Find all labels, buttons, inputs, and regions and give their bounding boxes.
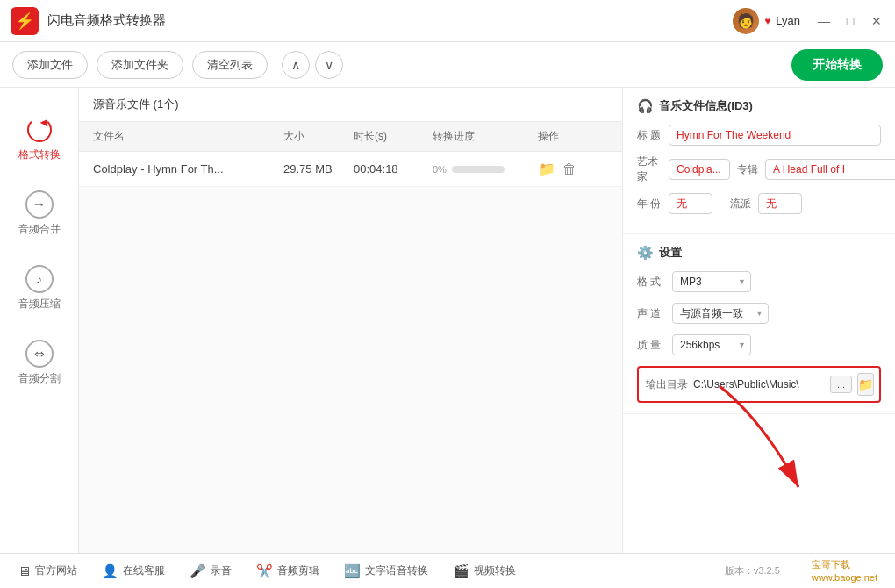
bottom-bar: 🖥 官方网站 👤 在线客服 🎤 录音 ✂️ 音频剪辑 🔤 文字语音转换 🎬 视频… xyxy=(0,553,895,588)
sidebar: 格式转换 → 音频合并 ♪ 音频压缩 ⇔ 音频分割 xyxy=(0,88,79,553)
settings-title: ⚙️ 设置 xyxy=(637,245,881,261)
record-icon: 🎤 xyxy=(190,563,206,579)
bottom-record-label: 录音 xyxy=(211,563,232,578)
toolbar: 添加文件 添加文件夹 清空列表 ∧ ∨ 开始转换 xyxy=(0,42,895,88)
sidebar-item-split-label: 音频分割 xyxy=(18,371,61,386)
id3-title-label: 标 题 xyxy=(637,128,662,143)
output-path-input[interactable] xyxy=(693,378,825,391)
app-logo: ⚡ xyxy=(11,7,39,35)
speech-icon: 🔤 xyxy=(344,563,361,579)
id3-section: 🎧 音乐文件信息(ID3) 标 题 艺术家 专辑 年 份 xyxy=(623,88,895,234)
quality-select[interactable]: 128kbps 192kbps 256kbps 320kbps xyxy=(672,334,751,355)
channel-select-wrapper: 与源音频一致 单声道 立体声 xyxy=(672,303,769,324)
window-controls: — □ ✕ xyxy=(816,13,884,29)
user-area: 🧑 ♥ Lyan xyxy=(733,8,800,34)
file-area: 源音乐文件 (1个) 文件名 大小 时长(s) 转换进度 操作 Coldplay… xyxy=(79,88,623,553)
quality-select-wrapper: 128kbps 192kbps 256kbps 320kbps xyxy=(672,334,751,355)
channel-row: 声 道 与源音频一致 单声道 立体声 xyxy=(637,303,881,324)
watermark: 宝哥下载www.baoge.net xyxy=(812,558,877,584)
bottom-trim-label: 音频剪辑 xyxy=(277,563,319,578)
open-folder-icon[interactable]: 📁 xyxy=(538,161,555,177)
sidebar-item-format-label: 格式转换 xyxy=(18,147,61,162)
sidebar-item-format[interactable]: 格式转换 xyxy=(0,102,78,176)
id3-year-row: 年 份 流派 xyxy=(637,193,881,214)
output-browse-button[interactable]: ... xyxy=(830,376,852,393)
id3-artist-input[interactable] xyxy=(669,159,730,180)
main-layout: 格式转换 → 音频合并 ♪ 音频压缩 ⇔ 音频分割 xyxy=(0,88,895,553)
add-folder-button[interactable]: 添加文件夹 xyxy=(97,51,183,79)
avatar: 🧑 xyxy=(733,8,759,34)
website-icon: 🖥 xyxy=(18,563,31,578)
col-duration: 时长(s) xyxy=(354,129,433,144)
progress-text: 0% xyxy=(433,164,447,175)
version-label: 版本：v3.2.5 xyxy=(725,564,780,577)
format-select-wrapper: MP3 AAC FLAC WAV OGG M4A xyxy=(672,271,751,292)
format-row: 格 式 MP3 AAC FLAC WAV OGG M4A xyxy=(637,271,881,292)
id3-year-label: 年 份 xyxy=(637,197,662,212)
action-cell: 📁 🗑 xyxy=(538,161,608,177)
bottom-video[interactable]: 🎬 视频转换 xyxy=(453,563,516,579)
right-panel: 🎧 音乐文件信息(ID3) 标 题 艺术家 专辑 年 份 xyxy=(623,88,895,553)
bottom-speech-label: 文字语音转换 xyxy=(365,563,428,578)
bottom-record[interactable]: 🎤 录音 xyxy=(190,563,232,579)
col-progress: 转换进度 xyxy=(433,129,538,144)
bottom-support[interactable]: 👤 在线客服 xyxy=(102,563,165,579)
bottom-speech[interactable]: 🔤 文字语音转换 xyxy=(344,563,428,579)
add-file-button[interactable]: 添加文件 xyxy=(12,51,88,79)
col-action: 操作 xyxy=(538,129,608,144)
merge-icon: → xyxy=(25,190,54,219)
col-size: 大小 xyxy=(283,129,354,144)
id3-title-input[interactable] xyxy=(669,125,881,146)
support-icon: 👤 xyxy=(102,563,118,579)
quality-row: 质 量 128kbps 192kbps 256kbps 320kbps xyxy=(637,334,881,355)
gear-icon: ⚙️ xyxy=(637,245,654,261)
sidebar-item-split[interactable]: ⇔ 音频分割 xyxy=(0,326,78,400)
id3-genre-label: 流派 xyxy=(730,197,751,212)
id3-album-input[interactable] xyxy=(765,159,895,180)
id3-artist-row: 艺术家 专辑 xyxy=(637,154,881,184)
id3-year-input[interactable] xyxy=(669,193,712,214)
close-button[interactable]: ✕ xyxy=(869,13,884,29)
id3-album-label: 专辑 xyxy=(737,162,758,177)
output-label: 输出目录 xyxy=(646,377,688,392)
bottom-support-label: 在线客服 xyxy=(123,563,165,578)
maximize-button[interactable]: □ xyxy=(842,13,858,29)
col-name: 文件名 xyxy=(93,129,283,144)
sidebar-item-merge-label: 音频合并 xyxy=(18,222,61,237)
minimize-button[interactable]: — xyxy=(816,13,832,29)
clear-list-button[interactable]: 清空列表 xyxy=(192,51,268,79)
output-folder-icon[interactable]: 📁 xyxy=(857,373,874,396)
table-row: Coldplay - Hymn For Th... 29.75 MB 00:04… xyxy=(79,152,622,187)
id3-title-row: 标 题 xyxy=(637,125,881,146)
id3-title: 🎧 音乐文件信息(ID3) xyxy=(637,98,881,114)
file-duration: 00:04:18 xyxy=(354,162,433,176)
heart-icon: ♥ xyxy=(764,15,770,27)
sidebar-item-merge[interactable]: → 音频合并 xyxy=(0,176,78,251)
channel-select[interactable]: 与源音频一致 单声道 立体声 xyxy=(672,303,769,324)
output-row: 输出目录 ... 📁 xyxy=(637,366,881,403)
move-up-button[interactable]: ∧ xyxy=(282,51,310,79)
delete-icon[interactable]: 🗑 xyxy=(562,161,576,177)
user-name: Lyan xyxy=(776,14,800,27)
id3-genre-input[interactable] xyxy=(758,193,802,214)
file-area-header: 源音乐文件 (1个) xyxy=(79,88,622,122)
title-bar: ⚡ 闪电音频格式转换器 🧑 ♥ Lyan — □ ✕ xyxy=(0,0,895,42)
sidebar-item-compress-label: 音频压缩 xyxy=(18,297,61,312)
move-down-button[interactable]: ∨ xyxy=(315,51,343,79)
file-name: Coldplay - Hymn For Th... xyxy=(93,162,283,176)
sidebar-item-compress[interactable]: ♪ 音频压缩 xyxy=(0,251,78,326)
progress-cell: 0% xyxy=(433,164,538,175)
file-size: 29.75 MB xyxy=(283,162,354,176)
id3-artist-label: 艺术家 xyxy=(637,154,662,184)
format-label: 格 式 xyxy=(637,275,665,290)
bottom-trim[interactable]: ✂️ 音频剪辑 xyxy=(256,563,319,579)
start-convert-button[interactable]: 开始转换 xyxy=(791,49,883,81)
bottom-website[interactable]: 🖥 官方网站 xyxy=(18,563,77,578)
bottom-video-label: 视频转换 xyxy=(474,563,516,578)
video-icon: 🎬 xyxy=(453,563,469,579)
format-select[interactable]: MP3 AAC FLAC WAV OGG M4A xyxy=(672,271,751,292)
headphone-icon: 🎧 xyxy=(637,98,654,114)
order-buttons: ∧ ∨ xyxy=(282,51,343,79)
compress-icon: ♪ xyxy=(25,265,54,293)
bottom-website-label: 官方网站 xyxy=(35,563,77,578)
